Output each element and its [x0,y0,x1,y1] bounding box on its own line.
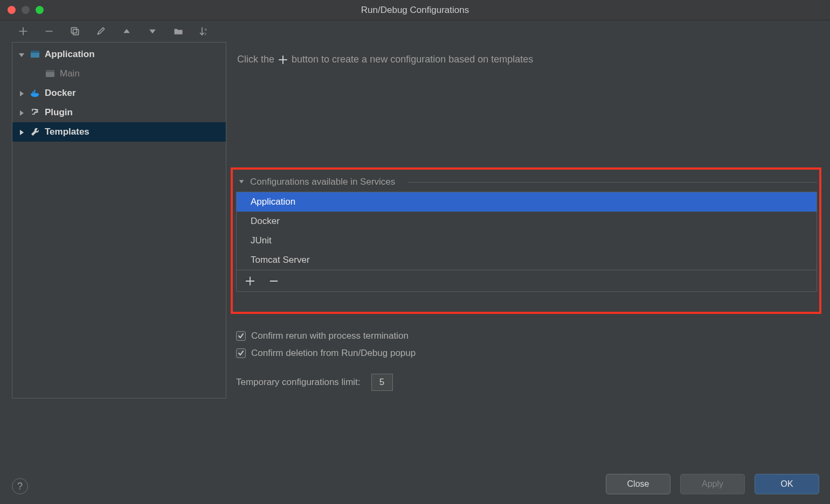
title-bar: Run/Debug Configurations [0,0,830,20]
list-item-tomcat[interactable]: Tomcat Server [237,250,817,270]
svg-marker-20 [20,110,24,116]
temp-limit-input[interactable] [371,374,393,391]
tree-item-plugin[interactable]: Plugin [12,103,226,122]
options-checkboxes: Confirm rerun with process termination C… [236,327,817,362]
docker-icon [30,88,40,99]
list-item-label: Tomcat Server [251,255,310,265]
tree-item-main[interactable]: Main [12,64,226,83]
checkbox-icon [236,348,246,358]
toolbar: az [0,20,830,42]
list-item-label: JUnit [251,235,272,246]
hint-suffix: button to create a new configuration bas… [292,54,533,65]
chevron-down-icon [238,177,245,187]
window-title: Run/Debug Configurations [0,5,830,16]
add-button[interactable] [17,25,29,37]
ok-button[interactable]: OK [755,474,819,494]
plugin-icon [30,107,40,118]
move-up-button[interactable] [121,25,133,37]
tree-item-label: Main [60,68,80,79]
folder-button[interactable] [172,25,184,37]
svg-marker-23 [20,130,24,135]
services-section-header[interactable]: Configurations available in Services [236,174,817,192]
svg-marker-6 [123,29,130,33]
confirm-delete-checkbox[interactable]: Confirm deletion from Run/Debug popup [236,345,817,362]
window-minimize-icon [22,6,30,14]
chevron-right-icon [18,128,25,136]
list-item-label: Application [251,197,295,207]
remove-button[interactable] [43,25,55,37]
details-pane: Click the button to create a new configu… [231,42,830,458]
svg-rect-3 [73,30,79,35]
temp-limit-label: Temporary configurations limit: [236,377,361,388]
chevron-right-icon [18,89,25,97]
tree-item-docker[interactable]: Docker [12,83,226,103]
svg-rect-4 [71,27,77,33]
svg-marker-7 [149,30,156,34]
tree-item-label: Application [45,49,95,60]
services-list[interactable]: Application Docker JUnit Tomcat Server [236,192,817,292]
svg-marker-11 [19,53,24,57]
apply-button[interactable]: Apply [680,474,745,494]
services-list-toolbar [237,270,817,291]
configurations-tree[interactable]: Application Main Docker Plugin Templates [12,42,226,398]
svg-rect-17 [32,92,34,93]
svg-rect-15 [46,70,54,72]
dialog-buttons: Close Apply OK [606,474,819,494]
svg-point-5 [98,33,99,34]
list-item-application[interactable]: Application [237,192,817,212]
list-item-junit[interactable]: JUnit [237,231,817,250]
svg-text:z: z [205,32,207,36]
application-icon [30,49,40,60]
help-button[interactable]: ? [12,478,28,494]
hint-text: Click the button to create a new configu… [237,53,821,65]
divider [408,182,817,183]
window-close-icon[interactable] [8,6,16,14]
plus-icon [278,54,288,65]
checkbox-label: Confirm rerun with process termination [251,331,409,341]
tree-item-label: Templates [45,127,89,137]
sort-button[interactable]: az [198,25,210,37]
chevron-down-icon [18,51,25,58]
chevron-right-icon [18,109,25,116]
checkbox-icon [236,331,246,341]
confirm-rerun-checkbox[interactable]: Confirm rerun with process termination [236,327,817,345]
remove-service-button[interactable] [268,275,280,287]
svg-rect-18 [34,92,36,93]
tree-item-templates[interactable]: Templates [12,122,226,142]
services-section-title: Configurations available in Services [250,177,395,187]
tree-item-label: Plugin [45,107,73,118]
list-item-label: Docker [251,216,280,227]
wrench-icon [30,127,40,137]
temp-limit-row: Temporary configurations limit: [236,374,393,391]
move-down-button[interactable] [147,25,158,37]
svg-marker-26 [239,180,244,183]
window-zoom-icon[interactable] [36,6,44,14]
application-icon [45,68,56,79]
svg-rect-13 [31,51,39,53]
tree-item-application[interactable]: Application [12,45,226,64]
tree-item-label: Docker [45,88,76,99]
svg-marker-16 [20,91,24,96]
list-item-docker[interactable]: Docker [237,212,817,231]
add-service-button[interactable] [244,275,256,287]
hint-prefix: Click the [237,54,274,65]
copy-button[interactable] [69,25,81,37]
close-button[interactable]: Close [606,474,670,494]
checkbox-label: Confirm deletion from Run/Debug popup [251,348,416,359]
svg-rect-19 [34,90,36,92]
svg-text:a: a [205,27,207,31]
services-section: Configurations available in Services App… [236,174,817,292]
edit-defaults-button[interactable] [95,25,107,37]
